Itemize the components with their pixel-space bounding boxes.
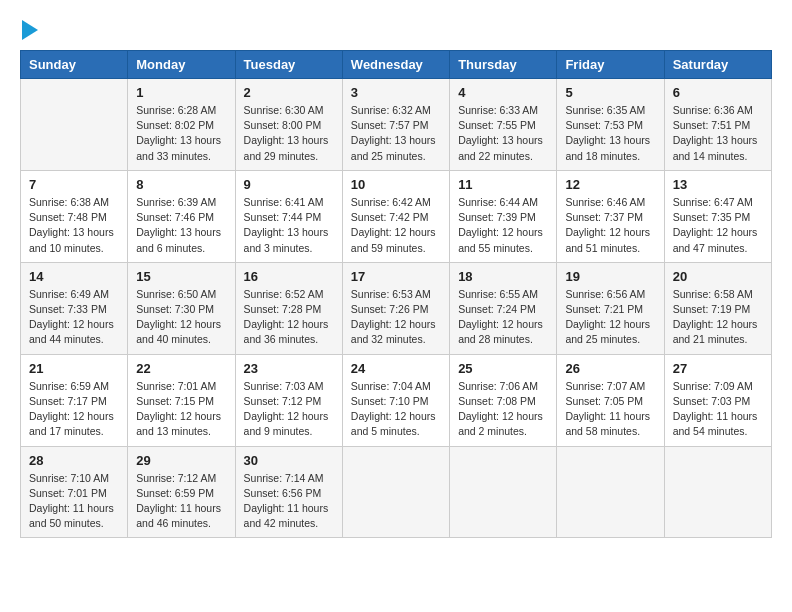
day-number: 4 [458, 85, 548, 100]
calendar-week-row: 1Sunrise: 6:28 AM Sunset: 8:02 PM Daylig… [21, 79, 772, 171]
day-number: 20 [673, 269, 763, 284]
calendar-cell: 17Sunrise: 6:53 AM Sunset: 7:26 PM Dayli… [342, 262, 449, 354]
weekday-header-monday: Monday [128, 51, 235, 79]
weekday-header-tuesday: Tuesday [235, 51, 342, 79]
day-number: 1 [136, 85, 226, 100]
calendar-week-row: 14Sunrise: 6:49 AM Sunset: 7:33 PM Dayli… [21, 262, 772, 354]
calendar-cell [557, 446, 664, 538]
day-info: Sunrise: 6:44 AM Sunset: 7:39 PM Dayligh… [458, 195, 548, 256]
calendar-cell: 12Sunrise: 6:46 AM Sunset: 7:37 PM Dayli… [557, 170, 664, 262]
day-info: Sunrise: 6:49 AM Sunset: 7:33 PM Dayligh… [29, 287, 119, 348]
calendar-cell: 18Sunrise: 6:55 AM Sunset: 7:24 PM Dayli… [450, 262, 557, 354]
day-number: 13 [673, 177, 763, 192]
calendar-cell: 25Sunrise: 7:06 AM Sunset: 7:08 PM Dayli… [450, 354, 557, 446]
day-number: 17 [351, 269, 441, 284]
day-number: 29 [136, 453, 226, 468]
page-header [20, 20, 772, 40]
day-info: Sunrise: 6:53 AM Sunset: 7:26 PM Dayligh… [351, 287, 441, 348]
day-number: 21 [29, 361, 119, 376]
day-number: 7 [29, 177, 119, 192]
day-info: Sunrise: 6:35 AM Sunset: 7:53 PM Dayligh… [565, 103, 655, 164]
weekday-header-saturday: Saturday [664, 51, 771, 79]
calendar-cell: 4Sunrise: 6:33 AM Sunset: 7:55 PM Daylig… [450, 79, 557, 171]
calendar-cell: 28Sunrise: 7:10 AM Sunset: 7:01 PM Dayli… [21, 446, 128, 538]
calendar-cell: 22Sunrise: 7:01 AM Sunset: 7:15 PM Dayli… [128, 354, 235, 446]
calendar-cell: 27Sunrise: 7:09 AM Sunset: 7:03 PM Dayli… [664, 354, 771, 446]
calendar-cell: 5Sunrise: 6:35 AM Sunset: 7:53 PM Daylig… [557, 79, 664, 171]
day-info: Sunrise: 6:32 AM Sunset: 7:57 PM Dayligh… [351, 103, 441, 164]
calendar-cell [450, 446, 557, 538]
calendar-week-row: 7Sunrise: 6:38 AM Sunset: 7:48 PM Daylig… [21, 170, 772, 262]
day-number: 22 [136, 361, 226, 376]
calendar-week-row: 28Sunrise: 7:10 AM Sunset: 7:01 PM Dayli… [21, 446, 772, 538]
day-number: 5 [565, 85, 655, 100]
calendar-cell: 20Sunrise: 6:58 AM Sunset: 7:19 PM Dayli… [664, 262, 771, 354]
svg-marker-0 [22, 20, 38, 40]
day-number: 12 [565, 177, 655, 192]
calendar-cell: 6Sunrise: 6:36 AM Sunset: 7:51 PM Daylig… [664, 79, 771, 171]
day-info: Sunrise: 6:59 AM Sunset: 7:17 PM Dayligh… [29, 379, 119, 440]
weekday-header-friday: Friday [557, 51, 664, 79]
day-number: 2 [244, 85, 334, 100]
day-number: 14 [29, 269, 119, 284]
calendar-cell: 29Sunrise: 7:12 AM Sunset: 6:59 PM Dayli… [128, 446, 235, 538]
day-number: 27 [673, 361, 763, 376]
day-info: Sunrise: 7:01 AM Sunset: 7:15 PM Dayligh… [136, 379, 226, 440]
calendar-cell [342, 446, 449, 538]
day-info: Sunrise: 6:39 AM Sunset: 7:46 PM Dayligh… [136, 195, 226, 256]
weekday-header-wednesday: Wednesday [342, 51, 449, 79]
day-info: Sunrise: 6:42 AM Sunset: 7:42 PM Dayligh… [351, 195, 441, 256]
calendar-cell: 21Sunrise: 6:59 AM Sunset: 7:17 PM Dayli… [21, 354, 128, 446]
day-number: 6 [673, 85, 763, 100]
day-info: Sunrise: 7:12 AM Sunset: 6:59 PM Dayligh… [136, 471, 226, 532]
day-info: Sunrise: 7:04 AM Sunset: 7:10 PM Dayligh… [351, 379, 441, 440]
calendar-cell: 11Sunrise: 6:44 AM Sunset: 7:39 PM Dayli… [450, 170, 557, 262]
day-info: Sunrise: 6:36 AM Sunset: 7:51 PM Dayligh… [673, 103, 763, 164]
day-number: 30 [244, 453, 334, 468]
weekday-header-thursday: Thursday [450, 51, 557, 79]
day-info: Sunrise: 7:09 AM Sunset: 7:03 PM Dayligh… [673, 379, 763, 440]
calendar-cell: 1Sunrise: 6:28 AM Sunset: 8:02 PM Daylig… [128, 79, 235, 171]
day-info: Sunrise: 7:07 AM Sunset: 7:05 PM Dayligh… [565, 379, 655, 440]
calendar-cell: 15Sunrise: 6:50 AM Sunset: 7:30 PM Dayli… [128, 262, 235, 354]
calendar-cell: 8Sunrise: 6:39 AM Sunset: 7:46 PM Daylig… [128, 170, 235, 262]
calendar-cell: 2Sunrise: 6:30 AM Sunset: 8:00 PM Daylig… [235, 79, 342, 171]
day-info: Sunrise: 6:47 AM Sunset: 7:35 PM Dayligh… [673, 195, 763, 256]
day-info: Sunrise: 7:06 AM Sunset: 7:08 PM Dayligh… [458, 379, 548, 440]
day-number: 18 [458, 269, 548, 284]
day-number: 28 [29, 453, 119, 468]
day-info: Sunrise: 6:55 AM Sunset: 7:24 PM Dayligh… [458, 287, 548, 348]
day-number: 16 [244, 269, 334, 284]
calendar-cell [21, 79, 128, 171]
day-info: Sunrise: 6:50 AM Sunset: 7:30 PM Dayligh… [136, 287, 226, 348]
day-number: 25 [458, 361, 548, 376]
day-number: 15 [136, 269, 226, 284]
day-info: Sunrise: 6:41 AM Sunset: 7:44 PM Dayligh… [244, 195, 334, 256]
calendar-week-row: 21Sunrise: 6:59 AM Sunset: 7:17 PM Dayli… [21, 354, 772, 446]
day-info: Sunrise: 6:52 AM Sunset: 7:28 PM Dayligh… [244, 287, 334, 348]
calendar-cell: 30Sunrise: 7:14 AM Sunset: 6:56 PM Dayli… [235, 446, 342, 538]
day-number: 9 [244, 177, 334, 192]
calendar-cell [664, 446, 771, 538]
day-info: Sunrise: 7:03 AM Sunset: 7:12 PM Dayligh… [244, 379, 334, 440]
weekday-header-row: SundayMondayTuesdayWednesdayThursdayFrid… [21, 51, 772, 79]
day-info: Sunrise: 6:28 AM Sunset: 8:02 PM Dayligh… [136, 103, 226, 164]
day-number: 19 [565, 269, 655, 284]
day-info: Sunrise: 7:14 AM Sunset: 6:56 PM Dayligh… [244, 471, 334, 532]
day-number: 26 [565, 361, 655, 376]
calendar-cell: 13Sunrise: 6:47 AM Sunset: 7:35 PM Dayli… [664, 170, 771, 262]
day-info: Sunrise: 6:38 AM Sunset: 7:48 PM Dayligh… [29, 195, 119, 256]
weekday-header-sunday: Sunday [21, 51, 128, 79]
day-info: Sunrise: 6:46 AM Sunset: 7:37 PM Dayligh… [565, 195, 655, 256]
day-number: 23 [244, 361, 334, 376]
calendar-cell: 23Sunrise: 7:03 AM Sunset: 7:12 PM Dayli… [235, 354, 342, 446]
calendar-table: SundayMondayTuesdayWednesdayThursdayFrid… [20, 50, 772, 538]
calendar-cell: 19Sunrise: 6:56 AM Sunset: 7:21 PM Dayli… [557, 262, 664, 354]
day-number: 8 [136, 177, 226, 192]
day-info: Sunrise: 6:56 AM Sunset: 7:21 PM Dayligh… [565, 287, 655, 348]
day-number: 10 [351, 177, 441, 192]
day-info: Sunrise: 7:10 AM Sunset: 7:01 PM Dayligh… [29, 471, 119, 532]
calendar-cell: 26Sunrise: 7:07 AM Sunset: 7:05 PM Dayli… [557, 354, 664, 446]
calendar-cell: 16Sunrise: 6:52 AM Sunset: 7:28 PM Dayli… [235, 262, 342, 354]
calendar-cell: 10Sunrise: 6:42 AM Sunset: 7:42 PM Dayli… [342, 170, 449, 262]
